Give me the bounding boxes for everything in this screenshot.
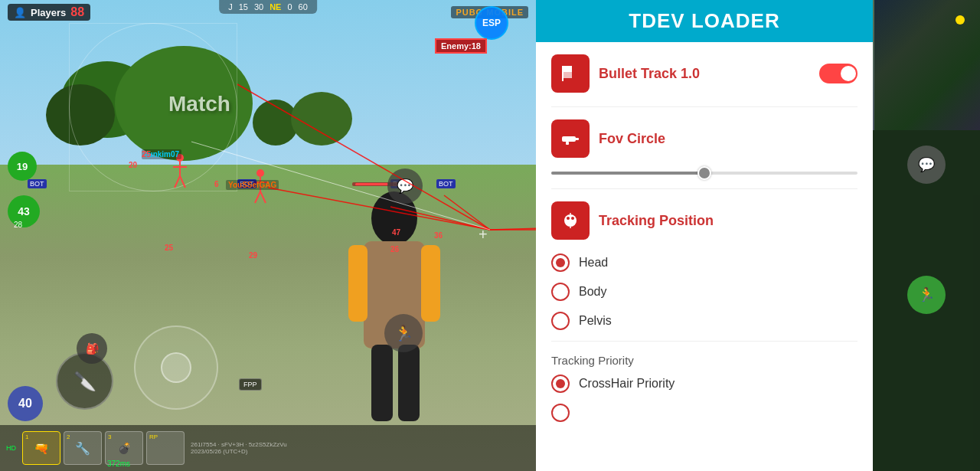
svg-rect-23 [398, 345, 420, 421]
svg-point-12 [256, 169, 264, 177]
bottom-hud: HD 1 🔫 2 🔧 3 💣 RP 261I7554 · sFV+3H · 5z… [0, 425, 536, 471]
scope-outer [69, 23, 237, 191]
right-panel: 💬 🏃 [873, 0, 980, 471]
fov-slider-track[interactable] [551, 172, 858, 175]
bullet-track-left: Bullet Track 1.0 [551, 54, 700, 93]
body-radio[interactable] [551, 283, 570, 301]
tracking-position-row: Tracking Position [551, 201, 858, 240]
weapon-slot-rp[interactable]: RP [146, 431, 185, 465]
ping-info: 372ms [107, 460, 130, 468]
svg-point-30 [564, 214, 577, 227]
players-badge: 👤 Players 88 [8, 4, 90, 21]
tracking-priority-section: Tracking Priority [551, 354, 858, 367]
joystick-inner [161, 352, 191, 383]
svg-rect-24 [563, 66, 572, 72]
svg-rect-21 [421, 245, 440, 322]
svg-rect-20 [348, 245, 368, 322]
num-25: 25 [165, 244, 173, 252]
crosshair: + [479, 226, 488, 244]
circle-43-num: 43 [18, 205, 30, 218]
compass-30: 30 [254, 2, 263, 11]
svg-line-11 [180, 176, 185, 188]
num-29: 29 [249, 251, 257, 260]
action-btn-person[interactable]: 🏃 [907, 276, 946, 314]
fov-icon [551, 119, 590, 158]
chat-icon: 💬 [918, 156, 935, 173]
extra-option-row [551, 404, 858, 422]
bullet-track-label: Bullet Track 1.0 [599, 66, 700, 82]
tdev-content: Bullet Track 1.0 Fov Circle [536, 42, 873, 471]
bottom-info: 261I7554 · sFV+3H · 5z2S5ZkZzVu 2023/05/… [191, 441, 298, 455]
flag-icon [560, 63, 581, 84]
svg-rect-28 [573, 138, 579, 140]
svg-rect-29 [566, 142, 569, 145]
weapon-slot-1[interactable]: 1 🔫 [22, 431, 60, 465]
players-count: 88 [70, 5, 84, 19]
toggle-knob-1 [841, 66, 856, 81]
head-radio[interactable] [551, 253, 570, 272]
svg-rect-22 [371, 345, 393, 421]
divider-2 [551, 188, 858, 189]
num-20: 20 [129, 161, 137, 169]
head-option-row: Head [551, 253, 858, 272]
bot-label-1: BOT [28, 179, 47, 188]
health-fill-1 [355, 183, 388, 185]
crosshair-radio[interactable] [551, 375, 570, 393]
slot-rp-num: RP [149, 433, 158, 440]
num-6: 6 [214, 180, 219, 188]
weapon-icon-3: 💣 [118, 442, 131, 454]
joystick[interactable] [134, 325, 218, 410]
fov-slider-fill [551, 172, 704, 175]
action-btn-chat[interactable]: 💬 [907, 146, 946, 184]
right-actions: 💬 🏃 [873, 130, 980, 329]
slot-3-num: 3 [108, 433, 111, 440]
weapon-icon-2: 🔧 [75, 441, 90, 456]
fov-circle-row: Fov Circle [551, 119, 858, 158]
tracking-position-label: Tracking Position [599, 213, 714, 229]
tracking-icon [551, 201, 590, 240]
extra-radio[interactable] [551, 404, 570, 422]
weapon-icon-1: 🔫 [34, 441, 49, 456]
compass-15: 15 [239, 2, 248, 11]
player-character [329, 180, 459, 425]
chat-action-btn[interactable]: 💬 [387, 168, 423, 204]
bug-icon [560, 210, 581, 231]
svg-point-31 [567, 217, 570, 220]
crosshair-priority-label: CrossHair Priority [579, 377, 675, 391]
player-circle-19: 19 [8, 152, 37, 181]
person-action-icon: 🏃 [918, 286, 935, 303]
compass-60: 60 [299, 2, 308, 11]
fov-slider-thumb[interactable] [697, 166, 711, 180]
tracking-left: Tracking Position [551, 201, 714, 240]
player-num-20: 25 [142, 149, 151, 159]
bullet-track-icon [551, 54, 590, 93]
compass-j: J [228, 2, 233, 11]
bot-label-4: BOT [436, 179, 456, 188]
minimap [873, 0, 980, 130]
divider-1 [551, 106, 858, 107]
pelvis-radio[interactable] [551, 312, 570, 330]
weapon-slot-2[interactable]: 2 🔧 [64, 431, 102, 465]
compass-ne: NE [270, 2, 281, 11]
player-sunkim07: sunkim07 25 [142, 149, 151, 159]
fov-slider-row [551, 172, 858, 175]
action-btn-1[interactable]: 🎒 [77, 333, 107, 364]
num-26: 26 [390, 245, 399, 253]
compass-bar: J 15 30 NE 0 60 [219, 0, 317, 14]
enemy-label: Enemy:18 [435, 38, 487, 54]
tdev-header: TDEV LOADER [536, 0, 873, 42]
minimap-player-dot [956, 15, 965, 25]
num-36: 36 [434, 231, 443, 240]
slot-1-num: 1 [25, 433, 28, 440]
hd-badge: HD [6, 444, 16, 452]
bullet-track-toggle[interactable] [819, 64, 858, 83]
pelvis-option-row: Pelvis [551, 312, 858, 330]
svg-point-32 [571, 217, 574, 220]
slot-2-num: 2 [67, 433, 70, 440]
tree [291, 92, 352, 146]
run-action-btn[interactable]: 🏃 [384, 314, 423, 352]
player-name-youssef: YouSSefGAG [226, 180, 279, 190]
esp-label: ESP [475, 6, 508, 40]
svg-line-10 [175, 176, 180, 188]
circle-19-num: 19 [17, 161, 28, 172]
